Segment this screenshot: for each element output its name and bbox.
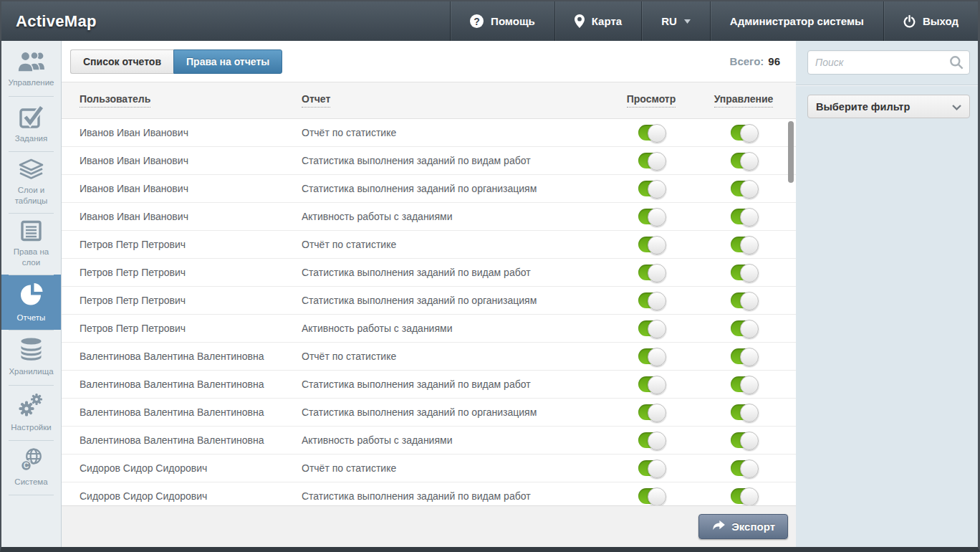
storage-database-icon xyxy=(19,338,44,361)
manage-toggle[interactable] xyxy=(731,209,757,224)
sidebar-item-tasks[interactable]: Задания xyxy=(1,96,61,151)
content-area: Управление Задания xyxy=(1,41,978,547)
sidebar-item-management[interactable]: Управление xyxy=(1,41,61,96)
filter-dropdown[interactable]: Выберите фильтр xyxy=(807,95,970,118)
logout-button[interactable]: Выход xyxy=(883,1,978,41)
help-button[interactable]: ? Помощь xyxy=(450,1,554,41)
view-toggle[interactable] xyxy=(638,404,665,420)
table-row: Петров Петр Петрович Статистика выполнен… xyxy=(62,287,796,315)
sidebar-label: Система xyxy=(14,477,47,487)
sidebar: Управление Задания xyxy=(1,41,62,547)
help-icon: ? xyxy=(470,14,484,28)
manage-toggle[interactable] xyxy=(731,237,757,252)
table-row: Петров Петр Петрович Статистика выполнен… xyxy=(62,259,796,287)
export-button[interactable]: Экспорт xyxy=(698,514,788,539)
cell-user: Иванов Иван Иванович xyxy=(62,155,302,166)
export-arrow-icon xyxy=(711,520,725,533)
sidebar-item-layers[interactable]: Слои и таблицы xyxy=(1,151,61,213)
column-view[interactable]: Просмотр xyxy=(627,93,676,108)
panel-divider xyxy=(796,85,978,85)
layer-permissions-icon xyxy=(20,220,42,242)
view-toggle[interactable] xyxy=(638,488,665,504)
view-toggle[interactable] xyxy=(638,153,665,168)
sidebar-item-storage[interactable]: Хранилища xyxy=(1,330,61,385)
table-row: Иванов Иван Иванович Статистика выполнен… xyxy=(62,175,796,203)
view-toggle[interactable] xyxy=(638,209,665,224)
manage-toggle[interactable] xyxy=(731,404,757,420)
tab-report-permissions[interactable]: Права на отчеты xyxy=(173,49,282,74)
sidebar-item-system[interactable]: C Система xyxy=(1,440,61,495)
view-toggle[interactable] xyxy=(638,237,665,252)
cell-user: Петров Петр Петрович xyxy=(62,295,302,306)
view-toggle[interactable] xyxy=(638,292,665,308)
view-toggle[interactable] xyxy=(638,320,665,336)
column-report[interactable]: Отчет xyxy=(302,93,330,108)
cell-report: Активность работы с заданиями xyxy=(302,323,611,334)
export-label: Экспорт xyxy=(731,520,775,533)
view-toggle[interactable] xyxy=(638,348,665,364)
cell-user: Валентинова Валентина Валентиновна xyxy=(62,379,302,390)
cell-user: Петров Петр Петрович xyxy=(62,323,302,334)
table-row: Иванов Иван Иванович Активность работы с… xyxy=(62,203,796,231)
manage-toggle[interactable] xyxy=(731,181,757,196)
reports-pie-icon xyxy=(19,282,44,308)
cell-user: Петров Петр Петрович xyxy=(62,267,302,278)
total-counter: Всего:96 xyxy=(730,55,784,67)
sidebar-item-layer-permissions[interactable]: Права на слои xyxy=(1,213,61,275)
search-icon[interactable] xyxy=(949,55,964,72)
manage-toggle[interactable] xyxy=(731,376,757,392)
sidebar-label: Настройки xyxy=(11,422,51,433)
cell-report: Статистика выполнения заданий по видам р… xyxy=(302,490,611,502)
tab-report-list[interactable]: Список отчетов xyxy=(70,49,173,74)
view-toggle[interactable] xyxy=(638,460,665,476)
sidebar-item-settings[interactable]: Настройки xyxy=(1,385,61,440)
account-label: Администратор системы xyxy=(730,15,864,27)
chevron-down-icon xyxy=(952,101,961,113)
filter-dropdown-label: Выберите фильтр xyxy=(816,101,910,113)
view-toggle[interactable] xyxy=(638,265,665,280)
map-label: Карта xyxy=(592,15,622,27)
navbar-menu: ? Помощь Карта RU Администратор системы xyxy=(450,1,978,41)
app-logo: ActiveMap xyxy=(1,1,97,41)
cell-report: Активность работы с заданиями xyxy=(302,211,611,222)
table-row: Сидоров Сидор Сидорович Отчёт по статист… xyxy=(62,455,796,482)
search-input[interactable] xyxy=(807,50,970,75)
vertical-scrollbar[interactable] xyxy=(788,121,794,183)
map-button[interactable]: Карта xyxy=(554,1,641,41)
manage-toggle[interactable] xyxy=(731,460,757,476)
power-icon xyxy=(903,15,916,28)
tab-bar: Список отчетов Права на отчеты xyxy=(70,49,282,74)
sidebar-item-reports[interactable]: Отчеты xyxy=(1,275,61,330)
manage-toggle[interactable] xyxy=(731,265,757,280)
view-toggle[interactable] xyxy=(638,125,665,141)
language-selector[interactable]: RU xyxy=(641,1,710,41)
manage-toggle[interactable] xyxy=(731,348,757,364)
table-body: Иванов Иван Иванович Отчёт по статистике… xyxy=(62,119,796,505)
cell-report: Активность работы с заданиями xyxy=(302,434,611,446)
logout-label: Выход xyxy=(923,15,959,27)
manage-toggle[interactable] xyxy=(731,292,757,308)
view-toggle[interactable] xyxy=(638,432,665,448)
table-row: Иванов Иван Иванович Отчёт по статистике xyxy=(62,119,796,147)
cell-report: Статистика выполнения заданий по видам р… xyxy=(302,267,611,278)
cell-report: Статистика выполнения заданий по видам р… xyxy=(302,379,611,390)
manage-toggle[interactable] xyxy=(731,125,757,141)
table-row: Валентинова Валентина Валентиновна Стати… xyxy=(62,399,796,427)
table-row: Сидоров Сидор Сидорович Статистика выпол… xyxy=(62,482,796,505)
filter-panel: Выберите фильтр xyxy=(796,41,978,547)
column-user[interactable]: Пользователь xyxy=(80,93,150,108)
cell-user: Валентинова Валентина Валентиновна xyxy=(62,351,302,362)
view-toggle[interactable] xyxy=(638,376,665,392)
view-toggle[interactable] xyxy=(638,181,665,196)
manage-toggle[interactable] xyxy=(731,153,757,168)
help-label: Помощь xyxy=(491,15,535,27)
main-panel: Список отчетов Права на отчеты Всего:96 … xyxy=(62,41,796,547)
column-manage[interactable]: Управление xyxy=(714,93,774,108)
cell-user: Сидоров Сидор Сидорович xyxy=(62,462,302,474)
manage-toggle[interactable] xyxy=(731,320,757,336)
cell-user: Валентинова Валентина Валентиновна xyxy=(62,406,302,418)
account-button[interactable]: Администратор системы xyxy=(710,1,883,41)
manage-toggle[interactable] xyxy=(731,488,757,504)
manage-toggle[interactable] xyxy=(731,432,757,448)
table-row: Петров Петр Петрович Активность работы с… xyxy=(62,315,796,343)
